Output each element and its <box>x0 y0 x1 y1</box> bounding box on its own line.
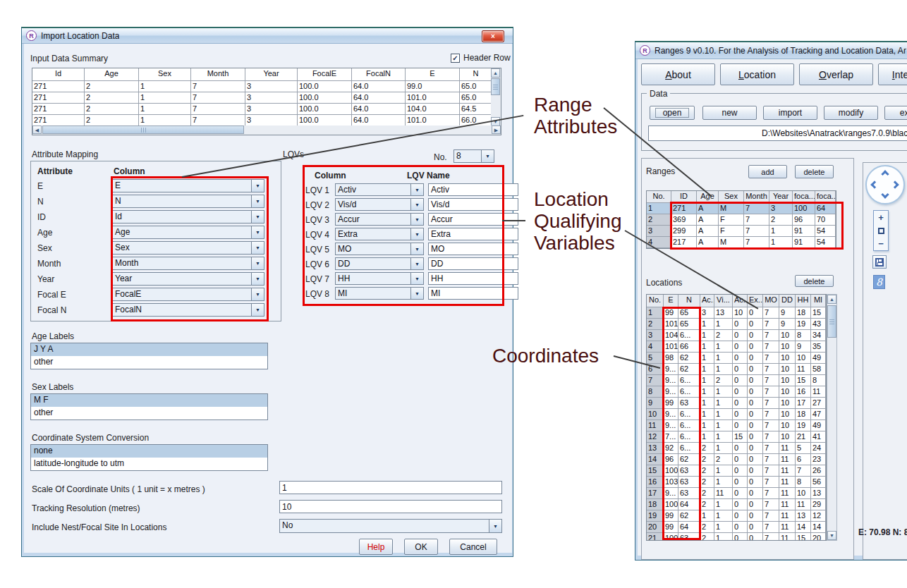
locations-row[interactable]: 4101661100710935 <box>647 341 826 353</box>
pan-right-icon[interactable] <box>891 180 899 188</box>
column-combo[interactable]: Year▼ <box>112 272 264 286</box>
column-combo[interactable]: Id▼ <box>112 210 264 223</box>
scale-units-input[interactable] <box>279 481 502 494</box>
locations-row[interactable]: 69...6211007101158 <box>647 364 826 375</box>
ranges-row[interactable]: 3299AF719154 <box>647 226 836 237</box>
locations-row[interactable]: 89...6...11007101611 <box>647 386 826 398</box>
ranges-row[interactable]: 4217AM719154 <box>647 237 836 248</box>
column-combo[interactable]: Age▼ <box>112 226 264 239</box>
locations-row[interactable]: 15100632100711726 <box>647 465 826 477</box>
column-combo[interactable]: FocalN▼ <box>112 303 264 317</box>
lqv-name-input[interactable] <box>428 228 518 240</box>
help-button[interactable]: Help <box>359 539 393 555</box>
locations-row[interactable]: 211006321007111520 <box>647 533 826 541</box>
lqv-name-input[interactable] <box>428 213 518 226</box>
dialog-titlebar[interactable]: R Import Location Data <box>22 28 513 44</box>
tab-location[interactable]: Location <box>720 63 794 85</box>
lqv-column-combo[interactable]: Vis/d▼ <box>335 198 424 211</box>
import-data-button[interactable]: import <box>763 106 817 120</box>
new-data-button[interactable]: new <box>702 106 757 120</box>
scroll-up-button[interactable]: ▲ <box>491 68 500 78</box>
open-data-button[interactable]: open <box>650 106 695 120</box>
locations-row[interactable]: 9996311007101727 <box>647 398 826 409</box>
close-button[interactable]: × <box>482 30 504 42</box>
column-combo[interactable]: N▼ <box>112 195 264 208</box>
list-item[interactable]: none <box>31 445 267 458</box>
lqv-count-combo[interactable]: 8 ▼ <box>454 149 494 163</box>
vscroll-thumb[interactable] <box>491 78 500 95</box>
lqv-name-input[interactable] <box>428 243 518 255</box>
locations-row[interactable]: 119...6...11007101949 <box>647 420 826 431</box>
delete-location-button[interactable]: delete <box>795 275 834 287</box>
locations-row[interactable]: 5986211007101049 <box>647 353 826 364</box>
scroll-right-button[interactable]: ▶ <box>492 125 501 134</box>
locations-row[interactable]: 181006421007111129 <box>647 499 826 510</box>
data-path-field[interactable]: D:\Websites\Anatrack\ranges7.0.9\blac <box>648 125 907 141</box>
include-nest-combo[interactable]: No ▼ <box>279 519 502 533</box>
scroll-left-button[interactable]: ◀ <box>32 125 42 134</box>
zoom-in-button[interactable]: + <box>878 213 884 222</box>
scroll-up-button[interactable]: ▲ <box>827 295 836 304</box>
summary-row[interactable]: 2712173100.064.0101.066.0 <box>32 115 501 126</box>
locations-row[interactable]: 20996421007111414 <box>647 522 826 533</box>
locations-row[interactable]: 13926...2100711524 <box>647 443 826 454</box>
summary-row[interactable]: 2712173100.064.0101.065.0 <box>32 92 501 104</box>
hscroll-thumb[interactable] <box>42 125 244 134</box>
tab-about[interactable]: About <box>641 63 715 85</box>
vscroll-thumb[interactable] <box>827 305 836 338</box>
modify-data-button[interactable]: modify <box>824 106 878 120</box>
lqv-column-combo[interactable]: MI▼ <box>335 287 424 300</box>
main-titlebar[interactable]: R Ranges 9 v0.10. For the Analysis of Tr… <box>635 42 907 59</box>
delete-range-button[interactable]: delete <box>795 165 834 178</box>
locations-vscrollbar[interactable]: ▲ ▼ <box>827 294 837 541</box>
summary-vscrollbar[interactable]: ▲ ▼ <box>491 68 501 126</box>
locations-row[interactable]: 16103632100711856 <box>647 477 826 488</box>
scroll-down-button[interactable]: ▼ <box>827 531 836 540</box>
pan-left-icon[interactable] <box>870 180 878 188</box>
pan-down-icon[interactable] <box>881 190 889 198</box>
pan-up-icon[interactable] <box>881 170 889 178</box>
lqv-name-input[interactable] <box>428 257 518 270</box>
zoom-out-button[interactable]: − <box>878 239 884 248</box>
locations-row[interactable]: 1496622200711623 <box>647 454 826 465</box>
list-item[interactable]: J Y A <box>31 343 267 356</box>
ok-button[interactable]: OK <box>404 539 438 555</box>
lqv-name-input[interactable] <box>428 287 518 300</box>
export-data-button[interactable]: export <box>884 106 907 120</box>
summary-row[interactable]: 2712173100.064.0104.064.5 <box>32 104 501 115</box>
locations-row[interactable]: 79...6...1200710158 <box>647 375 826 386</box>
locations-row[interactable]: 127...6...111507102141 <box>647 431 826 443</box>
column-combo[interactable]: Sex▼ <box>112 241 264 255</box>
ranges-row[interactable]: 2369AF729670 <box>647 214 836 226</box>
lqv-name-input[interactable] <box>428 183 518 196</box>
locations-row[interactable]: 19965313100791815 <box>647 307 826 319</box>
tracking-resolution-input[interactable] <box>279 500 502 513</box>
locations-row[interactable]: 109...6...11007101847 <box>647 409 826 420</box>
locations-row[interactable]: 19996211007111312 <box>647 510 826 522</box>
lqv-column-combo[interactable]: MO▼ <box>335 243 424 255</box>
column-combo[interactable]: E▼ <box>112 179 264 192</box>
list-item[interactable]: other <box>31 407 267 419</box>
summary-hscrollbar[interactable]: ◀ ▶ <box>32 125 501 135</box>
locations-row[interactable]: 2101651100791943 <box>647 319 826 330</box>
tab-overlap[interactable]: Overlap <box>799 63 873 85</box>
list-item[interactable]: latitude-longitude to utm <box>31 458 267 470</box>
add-range-button[interactable]: add <box>748 165 787 178</box>
lqv-column-combo[interactable]: Activ▼ <box>335 183 424 196</box>
lqv-column-combo[interactable]: Accur▼ <box>335 213 424 226</box>
save-view-button[interactable] <box>872 255 887 269</box>
summary-row[interactable]: 2712173100.064.099.065.0 <box>32 81 501 92</box>
column-combo[interactable]: Month▼ <box>112 257 264 270</box>
header-row-checkbox[interactable]: ✓ <box>451 54 460 63</box>
ranges-eight-button[interactable]: 8 <box>873 275 885 289</box>
lqv-name-input[interactable] <box>428 272 518 285</box>
pan-control[interactable] <box>865 165 905 204</box>
tab-interaction[interactable]: Interaction <box>878 63 907 85</box>
lqv-column-combo[interactable]: HH▼ <box>335 272 424 285</box>
list-item[interactable]: M F <box>31 394 267 407</box>
ranges-row[interactable]: 1271AM7310064 <box>647 203 836 214</box>
zoom-box-button[interactable] <box>878 228 884 234</box>
column-combo[interactable]: FocalE▼ <box>112 288 264 301</box>
lqv-name-input[interactable] <box>428 198 518 211</box>
lqv-column-combo[interactable]: DD▼ <box>335 257 424 270</box>
